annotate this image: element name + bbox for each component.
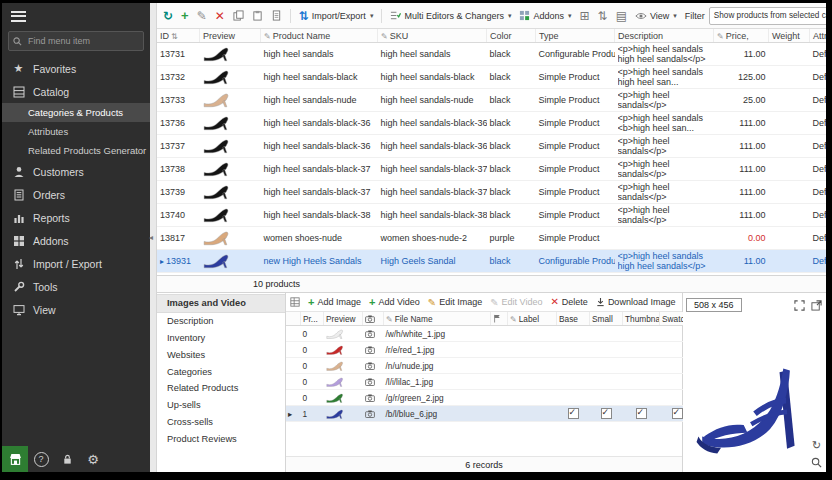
sidebar-item-related-products-generator[interactable]: Related Products Generator <box>2 141 150 160</box>
shoe-thumbnail <box>326 376 344 388</box>
image-row[interactable]: 0 /n/u/nude.jpg <box>286 358 734 374</box>
image-column-header-flag[interactable] <box>491 312 508 326</box>
image-column-header-pr[interactable]: Pr... <box>301 312 324 326</box>
edit-product-button[interactable]: ✎ <box>195 8 209 24</box>
product-row[interactable]: 13740 high heel sandals-black-38 high he… <box>157 204 826 227</box>
image-column-header-col0[interactable] <box>286 312 301 326</box>
sidebar-item-view[interactable]: View <box>2 298 150 321</box>
product-row[interactable]: 13737 high heel sandals-black-36 high he… <box>157 135 826 158</box>
tab-cross-sells[interactable]: Cross-sells <box>157 414 285 431</box>
delete-product-button[interactable]: ✕ <box>213 8 227 24</box>
product-row[interactable]: ▸13931 new High Heels Sandals High Geels… <box>157 250 826 273</box>
addons-menu[interactable]: Addons ▾ <box>517 8 573 23</box>
add-image-button[interactable]: +Add Image <box>308 297 361 308</box>
product-row[interactable]: 13731 high heel sandals high heel sandal… <box>157 43 826 66</box>
column-header-preview[interactable]: Preview <box>200 29 261 43</box>
images-grid-settings-button[interactable] <box>290 297 300 307</box>
group-button[interactable]: ▤ <box>614 8 629 24</box>
category-filter-select[interactable]: Show products from selected categories ▾ <box>709 7 826 25</box>
store-button[interactable] <box>2 446 28 472</box>
product-row[interactable]: 13732 high heel sandals-black high heel … <box>157 66 826 89</box>
image-row[interactable]: ▸ 1 /b/l/blue_6.jpg <box>286 406 734 422</box>
view-menu[interactable]: View ▾ <box>633 9 679 23</box>
column-settings-button[interactable]: ⊞ <box>578 8 592 24</box>
column-header-type[interactable]: Type <box>536 29 615 43</box>
tab-description[interactable]: Description <box>157 313 285 330</box>
edit-image-button[interactable]: ✎Edit Image <box>428 297 482 308</box>
image-column-header-small[interactable]: Small <box>590 312 623 326</box>
image-column-header-base[interactable]: Base <box>557 312 590 326</box>
image-row[interactable]: 0 /g/r/green_2.jpg <box>286 390 734 406</box>
image-column-header-file-name[interactable]: ✎File Name <box>384 312 491 326</box>
settings-button[interactable]: ⚙ <box>80 446 106 472</box>
images-status-bar: 6 records <box>286 456 682 472</box>
column-header-color[interactable]: Color <box>487 29 536 43</box>
small-checkbox[interactable] <box>601 408 612 419</box>
image-row[interactable]: 0 /w/h/white_1.jpg <box>286 326 734 342</box>
image-column-header-camera[interactable] <box>363 312 384 326</box>
paste-button[interactable] <box>250 8 265 23</box>
tab-up-sells[interactable]: Up-sells <box>157 397 285 414</box>
sidebar-item-favorites[interactable]: ★Favorites <box>2 57 150 80</box>
lock-button[interactable] <box>54 446 80 472</box>
edit-video-button[interactable]: ✎Edit Video <box>490 297 542 308</box>
menu-toggle-button[interactable] <box>2 3 150 29</box>
sidebar-item-catalog[interactable]: Catalog <box>2 80 150 103</box>
image-column-header-preview[interactable]: Preview <box>324 312 363 326</box>
sidebar-item-reports[interactable]: Reports <box>2 206 150 229</box>
rotate-image-button[interactable]: ↻ <box>810 439 823 452</box>
delete-image-button[interactable]: ✕Delete <box>550 297 587 307</box>
swatch-checkbox[interactable] <box>672 408 683 419</box>
help-button[interactable]: ? <box>28 446 54 472</box>
import-export-menu[interactable]: ⇅ Import/Export ▾ <box>297 8 376 24</box>
add-video-button[interactable]: +Add Video <box>369 297 420 308</box>
sidebar-item-customers[interactable]: Customers <box>2 160 150 183</box>
image-row[interactable]: 0 /r/e/red_1.jpg <box>286 342 734 358</box>
column-header-weight[interactable]: Weight <box>769 29 810 43</box>
zoom-image-button[interactable] <box>810 456 823 469</box>
open-external-button[interactable] <box>810 299 823 312</box>
tab-product-reviews[interactable]: Product Reviews <box>157 430 285 447</box>
column-header-price[interactable]: ✎Price, <box>714 29 769 43</box>
images-panel: +Add Image +Add Video ✎Edit Image ✎Edit … <box>286 293 683 472</box>
tab-images-and-video[interactable]: Images and Video <box>157 294 285 313</box>
download-image-button[interactable]: Download Image <box>596 297 676 307</box>
column-header-description[interactable]: Description <box>615 29 714 43</box>
tab-categories[interactable]: Categories <box>157 363 285 380</box>
sort-button[interactable]: ⇅ <box>596 8 610 24</box>
image-column-header-label[interactable]: ✎Label <box>508 312 557 326</box>
base-checkbox[interactable] <box>568 408 579 419</box>
image-column-header-thumbna[interactable]: Thumbna <box>623 312 660 326</box>
sidebar-splitter[interactable]: ◂ <box>150 3 157 472</box>
column-header-attribute-set-name[interactable]: Attribute Set Name <box>810 29 827 43</box>
sidebar-item-import-export[interactable]: Import / Export <box>2 252 150 275</box>
column-header-sku[interactable]: ✎SKU <box>378 29 487 43</box>
copy-button[interactable] <box>231 8 246 23</box>
column-header-id[interactable]: ID⇅ <box>157 29 200 43</box>
fit-screen-button[interactable] <box>793 299 806 312</box>
product-row[interactable]: 13733 high heel sandals-nude high heel s… <box>157 89 826 112</box>
multi-editors-menu[interactable]: Multi Editors & Changers ▾ <box>388 8 513 23</box>
product-row[interactable]: 13736 high heel sandals-black-36 high he… <box>157 112 826 135</box>
sidebar-search-input[interactable] <box>26 35 139 47</box>
sidebar-item-addons[interactable]: Addons <box>2 229 150 252</box>
sidebar-item-attributes[interactable]: Attributes <box>2 122 150 141</box>
product-preview-cell <box>200 135 261 158</box>
product-row[interactable]: 13739 high heel sandals-black-37 high he… <box>157 181 826 204</box>
duplicate-button[interactable] <box>269 8 284 23</box>
sidebar-item-tools[interactable]: Tools <box>2 275 150 298</box>
tab-inventory[interactable]: Inventory <box>157 330 285 347</box>
tab-related-products[interactable]: Related Products <box>157 380 285 397</box>
thumbnail-checkbox[interactable] <box>636 408 647 419</box>
sidebar-item-categories-products[interactable]: Categories & Products <box>2 103 150 122</box>
add-product-button[interactable]: + <box>179 7 191 24</box>
tab-label: Images and Video <box>167 298 246 308</box>
tab-websites[interactable]: Websites <box>157 346 285 363</box>
column-header-product-name[interactable]: ✎Product Name <box>261 29 378 43</box>
refresh-button[interactable]: ↻ <box>161 8 175 24</box>
expand-arrow-icon[interactable]: ▸ <box>160 257 164 266</box>
image-row[interactable]: 0 /l/i/lilac_1.jpg <box>286 374 734 390</box>
product-row[interactable]: 13738 high heel sandals-black-37 high he… <box>157 158 826 181</box>
sidebar-item-orders[interactable]: Orders <box>2 183 150 206</box>
product-row[interactable]: 13817 women shoes-nude women shoes-nude-… <box>157 227 826 250</box>
